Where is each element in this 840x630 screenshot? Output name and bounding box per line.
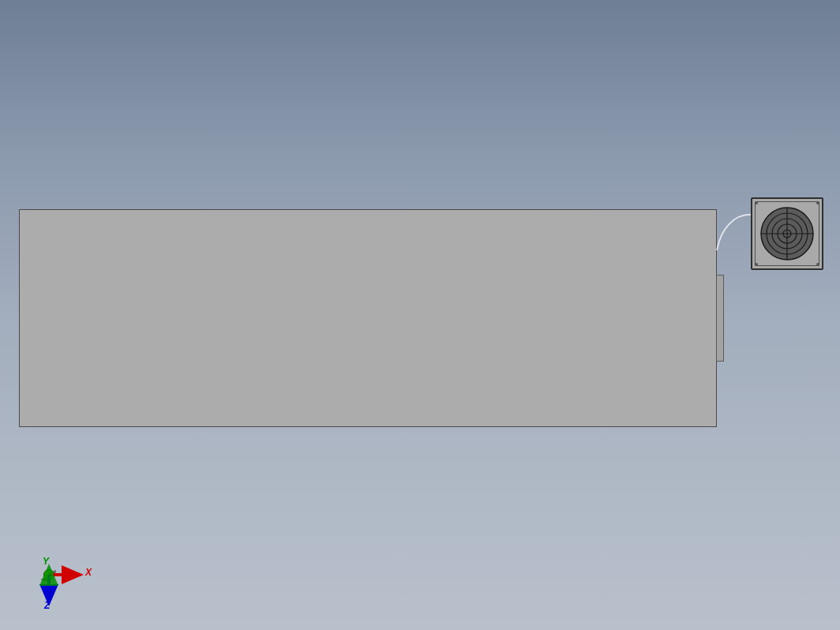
axis-z-label: Z xyxy=(44,600,50,611)
fan-screw-icon xyxy=(755,201,758,204)
model-side-bracket xyxy=(716,275,724,362)
model-fan-housing xyxy=(751,197,823,270)
svg-point-7 xyxy=(44,570,54,580)
fan-screw-icon xyxy=(816,201,819,204)
cad-viewport[interactable]: X Y Z xyxy=(0,0,840,630)
axis-y-label: Y xyxy=(43,556,49,567)
fan-screw-icon xyxy=(816,263,819,266)
model-main-panel xyxy=(19,209,717,427)
axis-x-label: X xyxy=(85,567,92,578)
fan-grill-icon xyxy=(760,207,814,261)
fan-screw-icon xyxy=(755,263,758,266)
orientation-triad-icon xyxy=(32,551,103,614)
orientation-triad[interactable]: X Y Z xyxy=(32,551,103,614)
